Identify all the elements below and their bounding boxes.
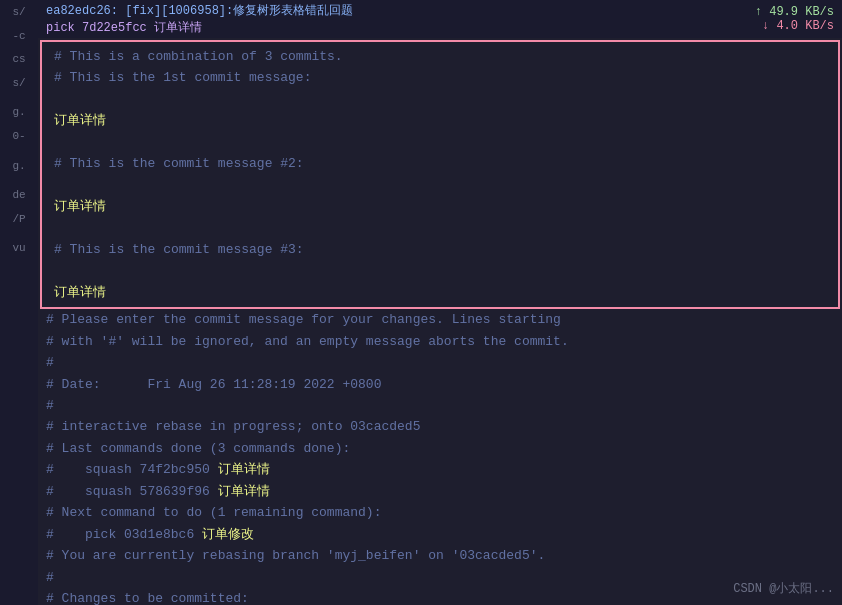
sidebar-char: 0- bbox=[12, 128, 25, 146]
pick-line: pick 7d22e5fcc 订单详情 bbox=[46, 19, 353, 36]
sidebar-char: vu bbox=[12, 240, 25, 258]
top-bar: ea82edc26: [fix][1006958]:修复树形表格错乱回题 pic… bbox=[38, 0, 842, 38]
code-line: # Next command to do (1 remaining comman… bbox=[40, 502, 840, 523]
main-content: ea82edc26: [fix][1006958]:修复树形表格错乱回题 pic… bbox=[38, 0, 842, 605]
code-line: # This is the commit message #2: bbox=[48, 153, 832, 174]
speed-up: ↑ 49.9 KB/s bbox=[755, 5, 834, 19]
sidebar-char: -c bbox=[12, 28, 25, 46]
highlighted-commit-block: # This is a combination of 3 commits. # … bbox=[40, 40, 840, 309]
sidebar-char: de bbox=[12, 187, 25, 205]
sidebar-char: cs bbox=[12, 51, 25, 69]
code-line: # with '#' will be ignored, and an empty… bbox=[40, 331, 840, 352]
sidebar-char: /P bbox=[12, 211, 25, 229]
speed-down: ↓ 4.0 KB/s bbox=[762, 19, 834, 33]
code-line bbox=[48, 89, 832, 110]
normal-code-area: # Please enter the commit message for yo… bbox=[38, 309, 842, 605]
code-line: # squash 578639f96 订单详情 bbox=[40, 481, 840, 502]
code-line: # You are currently rebasing branch 'myj… bbox=[40, 545, 840, 566]
code-line: # Changes to be committed: bbox=[40, 588, 840, 605]
code-line: # This is the 1st commit message: bbox=[48, 67, 832, 88]
code-line-chinese: 订单详情 bbox=[48, 282, 832, 303]
code-line: # pick 03d1e8bc6 订单修改 bbox=[40, 524, 840, 545]
code-line-chinese: 订单详情 bbox=[48, 196, 832, 217]
code-line: # This is a combination of 3 commits. bbox=[48, 46, 832, 67]
code-line: # Last commands done (3 commands done): bbox=[40, 438, 840, 459]
code-line-chinese: 订单详情 bbox=[48, 110, 832, 131]
code-line: # squash 74f2bc950 订单详情 bbox=[40, 459, 840, 480]
top-bar-left: ea82edc26: [fix][1006958]:修复树形表格错乱回题 pic… bbox=[46, 2, 353, 36]
code-line: # bbox=[40, 352, 840, 373]
code-line: # interactive rebase in progress; onto 0… bbox=[40, 416, 840, 437]
sidebar: s/ -c cs s/ g. 0- g. de /P vu bbox=[0, 0, 38, 605]
code-line bbox=[48, 132, 832, 153]
code-line: # Date: Fri Aug 26 11:28:19 2022 +0800 bbox=[40, 374, 840, 395]
code-line bbox=[48, 175, 832, 196]
code-line: # bbox=[40, 567, 840, 588]
code-line: # bbox=[40, 395, 840, 416]
sidebar-char: s/ bbox=[12, 75, 25, 93]
sidebar-char: g. bbox=[12, 158, 25, 176]
sidebar-char: s/ bbox=[12, 4, 25, 22]
code-line bbox=[48, 260, 832, 281]
watermark: CSDN @小太阳... bbox=[733, 580, 834, 597]
code-line: # This is the commit message #3: bbox=[48, 239, 832, 260]
sidebar-char: g. bbox=[12, 104, 25, 122]
commit-line: ea82edc26: [fix][1006958]:修复树形表格错乱回题 bbox=[46, 2, 353, 19]
code-line bbox=[48, 218, 832, 239]
speed-display: ↑ 49.9 KB/s ↓ 4.0 KB/s bbox=[755, 5, 834, 33]
code-line: # Please enter the commit message for yo… bbox=[40, 309, 840, 330]
